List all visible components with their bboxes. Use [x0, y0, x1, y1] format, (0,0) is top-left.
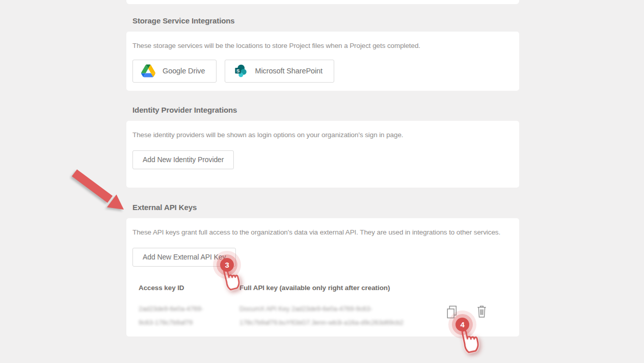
storage-section-card: These storage services will be the locat… [126, 32, 519, 91]
identity-section-title: Identity Provider Integrations [132, 106, 237, 114]
google-drive-label: Google Drive [163, 67, 205, 75]
step-3-badge: 3 [220, 258, 234, 272]
access-key-id-cell: 2ad23de9-6e0a-4769- 9c63-178c7b9af79 [139, 302, 239, 329]
google-drive-icon [141, 64, 155, 77]
delete-api-key-button[interactable] [476, 305, 489, 319]
full-api-key-blurred-line: DocumX API Key 2ad23de9-6e0a-4769-9c63- [239, 302, 438, 316]
add-identity-provider-button[interactable]: Add New Identity Provider [132, 150, 234, 169]
svg-text:S: S [236, 68, 239, 73]
sharepoint-icon: S [233, 64, 248, 77]
storage-section-description: These storage services will be the locat… [132, 41, 513, 51]
sharepoint-label: Microsoft SharePoint [255, 67, 323, 75]
copy-api-key-button[interactable] [446, 305, 458, 319]
api-keys-table-header: Access key ID Full API key (available on… [139, 284, 507, 292]
identity-section-description: These identity providers will be shown a… [132, 131, 513, 140]
access-key-blurred-line: 2ad23de9-6e0a-4769- [139, 302, 225, 316]
api-key-table-row: 2ad23de9-6e0a-4769- 9c63-178c7b9af79 Doc… [139, 302, 507, 329]
api-keys-section-title: External API Keys [132, 203, 197, 212]
sharepoint-button[interactable]: S Microsoft SharePoint [225, 60, 334, 83]
settings-integrations-page: Storage Service Integrations These stora… [0, 0, 644, 363]
storage-provider-row: Google Drive S Microsoft SharePoint [132, 60, 513, 83]
access-key-blurred-line: 9c63-178c7b9af79 [139, 316, 225, 329]
step-4-badge: 4 [455, 318, 469, 331]
storage-section-title: Storage Service Integrations [132, 16, 235, 25]
full-api-key-column-header: Full API key (available only right after… [239, 284, 507, 292]
identity-section-card: These identity providers will be shown a… [126, 121, 519, 188]
trash-icon [476, 305, 489, 318]
copy-icon [446, 305, 458, 319]
previous-card-bottom-strip [126, 0, 519, 4]
full-api-key-blurred-line: 178c7b9af79.buYfGbG7.3enn-wb3i-a16a-d9c2… [239, 316, 438, 329]
google-drive-button[interactable]: Google Drive [132, 60, 217, 83]
red-arrow-annotation [69, 167, 126, 213]
api-keys-section-description: These API keys grant full access to the … [132, 228, 513, 238]
